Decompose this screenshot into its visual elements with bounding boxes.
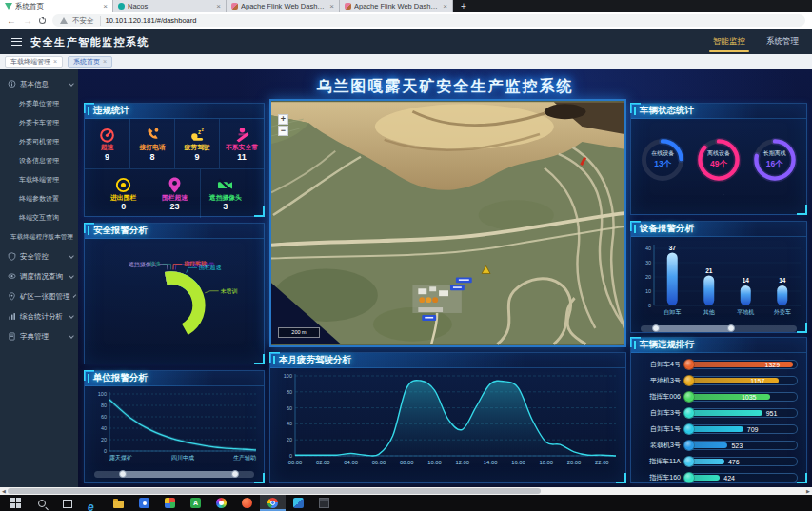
- status-ring-text: 离线设备49个: [693, 134, 744, 186]
- ie-icon: [88, 498, 98, 508]
- info-icon: [8, 80, 16, 88]
- svg-text:外委车: 外委车: [774, 308, 791, 315]
- svg-text:60: 60: [287, 405, 292, 411]
- workspace-tab[interactable]: 车载终端管理×: [5, 56, 63, 68]
- browser-tab[interactable]: Apache Flink Web Dashboard×: [340, 0, 453, 12]
- hamburger-menu-icon[interactable]: [11, 38, 22, 46]
- seatbelt-icon: [233, 126, 251, 144]
- windows-taskbar: [0, 495, 812, 511]
- url-field[interactable]: 不安全 10.101.120.181/#/dashboard: [52, 14, 805, 27]
- taskbar-app-blue-button[interactable]: [131, 495, 157, 511]
- datazoom-handle[interactable]: [231, 470, 239, 478]
- sidebar-section-label: 字典管理: [20, 332, 49, 342]
- device-datazoom-slider[interactable]: [641, 325, 797, 332]
- sidebar-item-外委司机管理[interactable]: 外委司机管理: [0, 132, 78, 151]
- status-ring-text: 在线设备13个: [637, 134, 688, 186]
- violation-value: 0: [121, 202, 126, 211]
- ranking-bar-track: 709: [684, 424, 798, 434]
- security-label[interactable]: 不安全: [72, 16, 101, 26]
- reload-button[interactable]: [39, 17, 46, 24]
- scroll-left-arrow[interactable]: ◀: [0, 487, 8, 495]
- tab-close-icon[interactable]: ×: [103, 2, 108, 10]
- browser-tab[interactable]: 系统首页×: [0, 0, 113, 12]
- taskbar-app-red-button[interactable]: [234, 495, 260, 511]
- mine-map[interactable]: + − 200 m: [269, 99, 626, 347]
- eye-icon: [8, 272, 16, 281]
- tab-close-icon[interactable]: ×: [443, 2, 447, 10]
- tab-close-icon[interactable]: ×: [216, 2, 221, 10]
- ranking-vehicle-name: 指挥车11A: [636, 457, 681, 466]
- sidebar-item-外委卡车管理[interactable]: 外委卡车管理: [0, 113, 78, 132]
- unit-datazoom-slider[interactable]: [94, 471, 254, 478]
- back-button[interactable]: ←: [7, 16, 16, 26]
- sidebar-section-基本信息[interactable]: 基本信息: [0, 74, 78, 94]
- svg-text:平地机: 平地机: [737, 308, 754, 315]
- svg-text:z: z: [197, 128, 200, 135]
- ranking-vehicle-name: 自卸车1号: [636, 424, 681, 434]
- sidebar-section-调度情况查询[interactable]: 调度情况查询: [0, 266, 78, 286]
- sidebar-item-设备信息管理[interactable]: 设备信息管理: [0, 151, 78, 170]
- header-menu-item[interactable]: 智能监控: [711, 30, 747, 53]
- sidebar-section-综合统计分析[interactable]: 综合统计分析: [0, 306, 78, 326]
- violation-stat-疲劳驾驶: zz疲劳驾驶9: [174, 119, 219, 168]
- taskbar-ie-button[interactable]: [80, 495, 106, 511]
- taskbar-app-pinwheel-button[interactable]: [157, 495, 183, 511]
- tab-close-icon[interactable]: ×: [329, 2, 334, 10]
- dashboard: 乌兰图嘎露天矿安全生产监控系统 违规统计 超速9接打电话8zz疲劳驾驶9不系安全…: [78, 69, 812, 487]
- browser-tab[interactable]: Apache Flink Web Dashboard×: [227, 0, 340, 12]
- new-tab-button[interactable]: +: [453, 0, 474, 12]
- sidebar-section-矿区一张图管理[interactable]: 矿区一张图管理: [0, 286, 78, 306]
- taskbar-start-button[interactable]: [3, 495, 29, 511]
- svg-text:08:00: 08:00: [400, 460, 414, 465]
- app-photos-icon: [216, 498, 227, 508]
- chevron-down-icon: [69, 81, 74, 87]
- tab-close-icon[interactable]: ×: [103, 58, 107, 65]
- ranking-row: 指挥车0061035: [631, 388, 806, 404]
- sidebar-section-安全管控[interactable]: 安全管控: [0, 246, 78, 266]
- ranking-vehicle-name: 平地机3号: [636, 376, 681, 385]
- browser-tab-title: Nacos: [128, 2, 213, 10]
- map-zoom-in-button[interactable]: +: [278, 114, 288, 125]
- svg-text:14:00: 14:00: [484, 460, 498, 465]
- sidebar-item-车载终端管理[interactable]: 车载终端管理: [0, 170, 78, 189]
- ranking-bar-track: 1157: [684, 376, 798, 385]
- horizontal-scrollbar[interactable]: ◀ ▶: [0, 487, 812, 495]
- taskbar-chrome-button[interactable]: [260, 495, 286, 511]
- taskbar-terminal-button[interactable]: [311, 495, 337, 511]
- status-value: 13个: [654, 159, 671, 170]
- svg-text:06:00: 06:00: [372, 460, 386, 465]
- tab-close-icon[interactable]: ×: [53, 58, 57, 65]
- forward-button[interactable]: →: [23, 16, 32, 26]
- browser-tab[interactable]: Nacos×: [113, 0, 227, 12]
- ranking-value: 1035: [742, 393, 757, 402]
- taskbar-app-photos-button[interactable]: [208, 495, 234, 511]
- map-zoom-out-button[interactable]: −: [278, 126, 288, 136]
- taskbar-app-green-button[interactable]: [183, 495, 208, 511]
- sidebar-item-车载终端程序版本管理[interactable]: 车载终端程序版本管理: [0, 227, 78, 246]
- datazoom-range[interactable]: [123, 471, 235, 478]
- taskbar-search-button[interactable]: [29, 495, 54, 511]
- taskbar-explorer-button[interactable]: [106, 495, 131, 511]
- workspace-tab[interactable]: 系统首页×: [68, 56, 112, 68]
- ranking-row: 自卸车3号951: [631, 404, 806, 421]
- browser-tab-title: Apache Flink Web Dashboard: [354, 2, 440, 10]
- ranking-bar-track: 476: [684, 457, 798, 466]
- scrollbar-thumb[interactable]: [8, 488, 541, 494]
- taskbar-app-vs-button[interactable]: [286, 495, 311, 511]
- datazoom-range[interactable]: [656, 325, 731, 332]
- screen: 系统首页×Nacos×Apache Flink Web Dashboard×Ap…: [0, 0, 812, 511]
- ranking-bar-fill: [685, 394, 770, 400]
- header-menu-item[interactable]: 系统管理: [764, 30, 801, 53]
- sidebar-item-外委单位管理[interactable]: 外委单位管理: [0, 94, 78, 113]
- datazoom-handle[interactable]: [727, 324, 735, 332]
- sidebar-section-字典管理[interactable]: 字典管理: [0, 326, 78, 346]
- sidebar-item-终端交互查询[interactable]: 终端交互查询: [0, 208, 78, 227]
- sidebar-item-终端参数设置[interactable]: 终端参数设置: [0, 189, 78, 208]
- ranking-vehicle-name: 指挥车160: [636, 473, 681, 482]
- svg-text:四川中成: 四川中成: [171, 455, 194, 462]
- terminal-icon: [319, 498, 329, 508]
- panel-vehicle-ranking: 车辆违规排行 自卸车4号1329平地机3号1157指挥车0061035自卸车3号…: [630, 337, 807, 483]
- svg-text:0: 0: [648, 303, 651, 308]
- scroll-right-arrow[interactable]: ▶: [804, 487, 812, 495]
- taskbar-task-view-button[interactable]: [54, 495, 80, 511]
